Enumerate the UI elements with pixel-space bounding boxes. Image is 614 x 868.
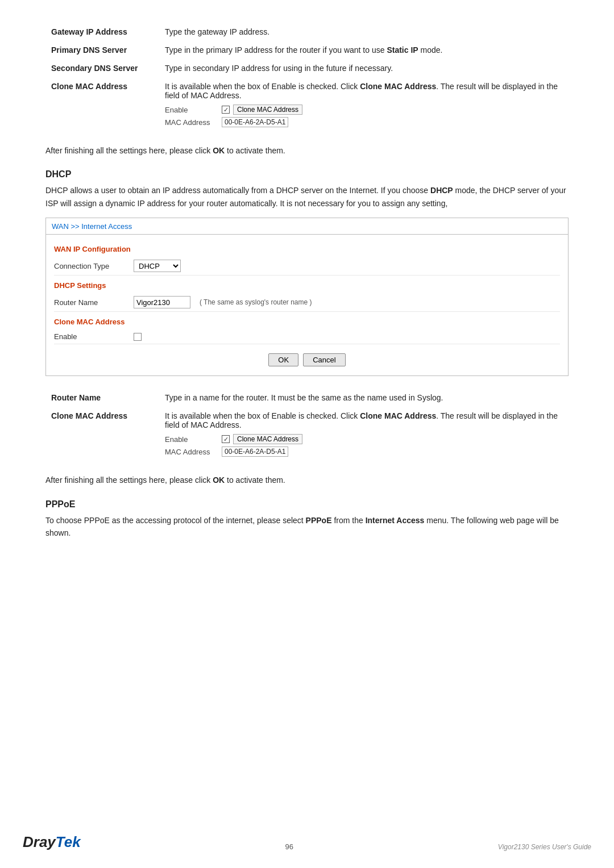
- config-box-header: WAN >> Internet Access: [46, 218, 568, 235]
- term-primary-dns: Primary DNS Server: [45, 41, 159, 59]
- connection-type-select[interactable]: DHCP: [134, 260, 181, 272]
- connection-type-value-container: DHCP: [134, 260, 181, 272]
- cancel-button[interactable]: Cancel: [303, 353, 345, 366]
- def-router-name: Type in a name for the router. It must b…: [159, 389, 569, 407]
- top-definition-table: Gateway IP Address Type the gateway IP a…: [45, 23, 569, 134]
- term-clone-mac-top: Clone MAC Address: [45, 77, 159, 134]
- table-row: Router Name Type in a name for the route…: [45, 389, 569, 407]
- term-secondary-dns: Secondary DNS Server: [45, 59, 159, 77]
- enable-label-config: Enable: [54, 332, 134, 341]
- table-row: Clone MAC Address It is available when t…: [45, 407, 569, 464]
- mac-address-label-bottom: MAC Address: [165, 448, 222, 456]
- mac-checkbox-container-top: ✓ Clone MAC Address: [222, 105, 302, 115]
- mac-address-value-bottom: 00-0E-A6-2A-D5-A1: [222, 446, 288, 457]
- term-clone-mac-bottom: Clone MAC Address: [45, 407, 159, 464]
- connection-type-row: Connection Type DHCP: [54, 257, 560, 276]
- router-name-row: Router Name ( The same as syslog's route…: [54, 293, 560, 312]
- dhcp-settings-label: DHCP Settings: [54, 281, 560, 290]
- enable-checkbox-top[interactable]: ✓: [222, 106, 230, 114]
- mac-address-value-top: 00-0E-A6-2A-D5-A1: [222, 117, 288, 127]
- after-text-bottom: After finishing all the settings here, p…: [45, 474, 569, 486]
- logo-dray: Dray: [23, 833, 56, 850]
- dhcp-heading: DHCP: [45, 169, 569, 180]
- enable-row-config: Enable: [54, 329, 560, 344]
- mac-address-row-top: MAC Address 00-0E-A6-2A-D5-A1: [165, 117, 563, 127]
- footer-guide-title: Vigor2130 Series User's Guide: [498, 843, 591, 851]
- dhcp-config-box: WAN >> Internet Access WAN IP Configurat…: [45, 218, 569, 376]
- mac-demo-bottom: Enable ✓ Clone MAC Address MAC Address 0…: [165, 434, 563, 457]
- mac-address-label-top: MAC Address: [165, 118, 222, 127]
- button-row: OK Cancel: [54, 348, 560, 370]
- enable-checkbox-bottom[interactable]: ✓: [222, 435, 230, 443]
- enable-label-bottom: Enable: [165, 435, 222, 444]
- clone-mac-section-label: Clone MAC Address: [54, 318, 560, 326]
- term-router-name: Router Name: [45, 389, 159, 407]
- table-row: Gateway IP Address Type the gateway IP a…: [45, 23, 569, 41]
- footer-page-number: 96: [81, 842, 498, 851]
- page-footer: DrayTek 96 Vigor2130 Series User's Guide: [0, 833, 614, 851]
- mac-checkbox-container-bottom: ✓ Clone MAC Address: [222, 434, 302, 444]
- mac-address-row-bottom: MAC Address 00-0E-A6-2A-D5-A1: [165, 446, 563, 457]
- pppoe-para: To choose PPPoE as the accessing protoco…: [45, 514, 569, 540]
- table-row: Secondary DNS Server Type in secondary I…: [45, 59, 569, 77]
- enable-label-top: Enable: [165, 106, 222, 114]
- dhcp-bottom-definition-table: Router Name Type in a name for the route…: [45, 389, 569, 464]
- router-name-hint: ( The same as syslog's router name ): [200, 298, 312, 306]
- breadcrumb-link[interactable]: WAN >> Internet Access: [52, 222, 132, 231]
- def-secondary-dns: Type in secondary IP address for using i…: [159, 59, 569, 77]
- clone-mac-button-bottom[interactable]: Clone MAC Address: [233, 434, 302, 444]
- router-name-value-container: ( The same as syslog's router name ): [134, 296, 312, 308]
- clone-mac-button-top[interactable]: Clone MAC Address: [233, 105, 302, 115]
- pppoe-section: PPPoE To choose PPPoE as the accessing p…: [45, 499, 569, 540]
- ok-button[interactable]: OK: [268, 353, 298, 366]
- mac-enable-row-top: Enable ✓ Clone MAC Address: [165, 105, 563, 115]
- enable-checkbox-config[interactable]: [134, 333, 142, 341]
- router-name-label: Router Name: [54, 298, 134, 307]
- connection-type-label: Connection Type: [54, 262, 134, 270]
- def-gateway-ip: Type the gateway IP address.: [159, 23, 569, 41]
- table-row: Clone MAC Address It is available when t…: [45, 77, 569, 134]
- def-clone-mac-bottom: It is available when the box of Enable i…: [159, 407, 569, 464]
- enable-checkbox-container: [134, 333, 142, 341]
- term-gateway-ip: Gateway IP Address: [45, 23, 159, 41]
- mac-demo-top: Enable ✓ Clone MAC Address MAC Address 0…: [165, 105, 563, 127]
- after-text-top: After finishing all the settings here, p…: [45, 144, 569, 157]
- logo-tek: Tek: [56, 833, 81, 850]
- def-primary-dns: Type in the primary IP address for the r…: [159, 41, 569, 59]
- config-box-body: WAN IP Configuration Connection Type DHC…: [46, 235, 568, 375]
- pppoe-heading: PPPoE: [45, 499, 569, 510]
- mac-enable-row-bottom: Enable ✓ Clone MAC Address: [165, 434, 563, 444]
- footer-logo: DrayTek: [23, 833, 81, 851]
- def-clone-mac-top: It is available when the box of Enable i…: [159, 77, 569, 134]
- dhcp-para: DHCP allows a user to obtain an IP addre…: [45, 184, 569, 210]
- table-row: Primary DNS Server Type in the primary I…: [45, 41, 569, 59]
- wan-ip-config-label: WAN IP Configuration: [54, 245, 560, 253]
- dhcp-section: DHCP DHCP allows a user to obtain an IP …: [45, 169, 569, 376]
- router-name-input[interactable]: [134, 296, 190, 308]
